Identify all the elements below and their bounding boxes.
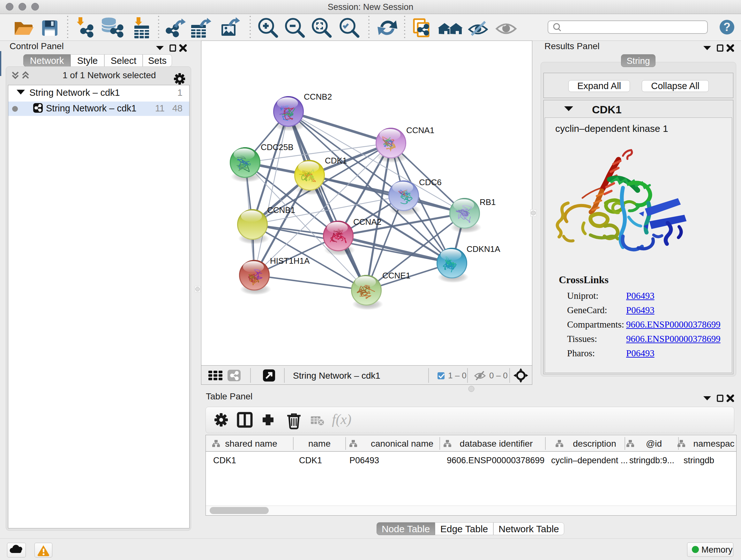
svg-text:RB1: RB1: [480, 197, 496, 207]
svg-text:name: name: [308, 439, 331, 449]
svg-text:CCNA2: CCNA2: [353, 217, 381, 227]
svg-text:CDK1: CDK1: [213, 455, 236, 465]
svg-text:description: description: [573, 439, 616, 449]
svg-text:HIST1H1A: HIST1H1A: [270, 256, 310, 266]
svg-text:1 – 0: 1 – 0: [448, 371, 467, 380]
svg-text:shared name: shared name: [225, 439, 277, 449]
svg-text:1 of 1 Network selected: 1 of 1 Network selected: [63, 70, 156, 80]
svg-text:?: ?: [724, 20, 731, 34]
svg-text:stringdb:9...: stringdb:9...: [629, 455, 674, 465]
svg-text:CCNE1: CCNE1: [382, 271, 410, 280]
svg-text:f(x): f(x): [332, 412, 351, 427]
svg-text:P06493: P06493: [349, 455, 379, 465]
svg-text:11: 11: [155, 103, 165, 113]
svg-text:CCNB1: CCNB1: [267, 205, 295, 215]
svg-text:CDC6: CDC6: [419, 178, 442, 187]
svg-text:Memory: Memory: [701, 545, 733, 555]
svg-text:String Network – cdk1: String Network – cdk1: [46, 103, 137, 113]
svg-text:9606.ENSP00000378699: 9606.ENSP00000378699: [447, 455, 544, 465]
svg-text:String Network – cdk1: String Network – cdk1: [293, 371, 381, 381]
svg-text:CDK1: CDK1: [592, 104, 622, 116]
svg-text:48: 48: [172, 103, 183, 113]
svg-text:stringdb: stringdb: [684, 455, 714, 465]
svg-text:canonical name: canonical name: [371, 439, 433, 449]
svg-text:@id: @id: [646, 439, 662, 449]
svg-text:CDC25B: CDC25B: [261, 142, 293, 152]
svg-text:CCNB2: CCNB2: [304, 92, 332, 102]
svg-text:1: 1: [178, 87, 183, 98]
svg-text:CDK1: CDK1: [299, 455, 322, 465]
svg-text:database identifier: database identifier: [460, 439, 533, 449]
svg-text:CDKN1A: CDKN1A: [467, 244, 500, 254]
svg-text:0 – 0: 0 – 0: [489, 371, 508, 380]
svg-text:cyclin–dependent ...: cyclin–dependent ...: [551, 455, 628, 465]
svg-text:CCNA1: CCNA1: [406, 125, 434, 135]
svg-text:CDK1: CDK1: [325, 156, 347, 165]
svg-text:namespac: namespac: [693, 439, 734, 449]
svg-text:String Network – cdk1: String Network – cdk1: [29, 87, 120, 98]
